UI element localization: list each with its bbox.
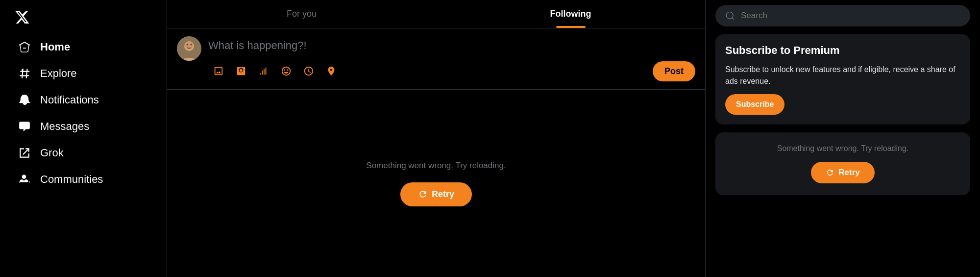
notifications-icon [18,93,31,107]
sidebar-item-grok[interactable]: Grok [10,140,157,166]
right-retry-label: Retry [838,168,859,177]
communities-label: Communities [40,173,103,186]
feed-tabs: For you Following [167,0,705,28]
home-icon [18,40,31,54]
right-error-card: Something went wrong. Try reloading. Ret… [715,132,970,195]
premium-title: Subscribe to Premium [725,44,960,57]
sidebar-item-notifications[interactable]: Notifications [10,87,157,113]
compose-toolbar: GIF [208,61,695,81]
sidebar-item-messages[interactable]: Messages [10,114,157,139]
sidebar-item-home[interactable]: Home [10,34,157,60]
grok-icon [18,146,31,160]
compose-placeholder[interactable]: What is happening?! [208,36,695,55]
emoji-tool-button[interactable] [276,61,296,81]
right-sidebar: Subscribe to Premium Subscribe to unlock… [706,0,980,277]
post-button[interactable]: Post [653,61,695,81]
grok-label: Grok [40,147,64,159]
search-icon [725,11,735,21]
feed-retry-label: Retry [432,189,454,200]
messages-icon [18,120,31,133]
right-retry-icon [826,168,834,177]
x-logo[interactable] [10,5,34,29]
tab-for-you[interactable]: For you [167,0,436,28]
subscribe-button[interactable]: Subscribe [725,94,784,115]
avatar [177,36,201,61]
feed-error-area: Something went wrong. Try reloading. Ret… [167,90,705,277]
compose-right: What is happening?! GIF [208,36,695,81]
svg-point-3 [187,44,188,46]
sidebar-item-communities[interactable]: Communities [10,167,157,192]
location-tool-button[interactable] [321,61,342,81]
gif-tool-button[interactable]: GIF [231,61,251,81]
main-feed: For you Following What is happening?! [167,0,706,277]
feed-error-text: Something went wrong. Try reloading. [366,161,506,171]
svg-point-4 [191,44,192,46]
sidebar: Home Explore Notifications Messages [0,0,167,277]
tab-following[interactable]: Following [436,0,705,28]
search-bar[interactable] [715,5,970,26]
right-retry-button[interactable]: Retry [811,162,874,183]
right-error-text: Something went wrong. Try reloading. [777,144,909,153]
poll-tool-button[interactable] [253,61,274,81]
explore-icon [18,67,31,80]
premium-description: Subscribe to unlock new features and if … [725,64,960,87]
feed-retry-button[interactable]: Retry [400,182,472,206]
communities-icon [18,173,31,186]
explore-label: Explore [40,67,77,80]
compose-box: What is happening?! GIF [167,28,705,90]
schedule-tool-button[interactable] [298,61,319,81]
sidebar-item-explore[interactable]: Explore [10,61,157,86]
premium-card: Subscribe to Premium Subscribe to unlock… [715,34,970,125]
sidebar-nav: Home Explore Notifications Messages [10,34,157,192]
notifications-label: Notifications [40,94,99,106]
home-label: Home [40,41,70,53]
messages-label: Messages [40,120,89,133]
search-input[interactable] [741,11,960,21]
compose-tools: GIF [208,61,342,81]
svg-text:GIF: GIF [239,70,245,74]
image-tool-button[interactable] [208,61,229,81]
